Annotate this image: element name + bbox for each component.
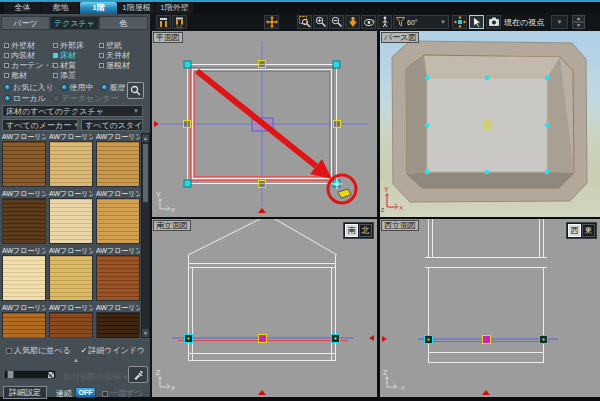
texture-scale-slider[interactable] [4, 370, 56, 379]
category-item[interactable]: カーテン・布 [4, 60, 53, 70]
texture-swatch[interactable]: AWフローリング... [2, 133, 46, 187]
category-item[interactable]: 内装材 [4, 50, 53, 60]
paste-wall-tool-button[interactable] [156, 15, 171, 29]
paste-all-walls-tool-button[interactable]: 1-4 [172, 15, 187, 29]
texture-swatch[interactable]: AWフローリング... [49, 304, 93, 338]
texture-swatch[interactable]: AWフローリング... [2, 247, 46, 301]
west-elevation-viewport[interactable]: 西立面図 西 東 [380, 219, 600, 397]
category-item[interactable]: 添景 [53, 70, 99, 80]
snapshot-button[interactable] [486, 15, 501, 29]
wood-texture-thumbnail[interactable] [2, 255, 46, 301]
wood-texture-thumbnail[interactable] [2, 198, 46, 244]
plan-canvas[interactable]: Y X [152, 31, 377, 217]
zoom-out-tool-button[interactable] [329, 15, 344, 29]
sort-checkbox-label[interactable]: 人気順に並べる [14, 345, 71, 356]
wood-texture-thumbnail[interactable] [49, 198, 93, 244]
texture-swatch[interactable]: AWフローリング... [96, 247, 140, 301]
one-face-checkbox[interactable] [102, 391, 108, 397]
category-item[interactable]: 外部床 [53, 40, 99, 50]
south-elevation-viewport[interactable]: 南立面図 南 北 [152, 219, 377, 397]
panel-tab[interactable]: パーツ [1, 16, 50, 30]
svg-text:Z: Z [156, 369, 161, 376]
category-item[interactable]: 天井材 [99, 50, 147, 60]
direction-button-west[interactable]: 西 [568, 224, 581, 237]
west-elevation-canvas[interactable]: Z -Y [380, 219, 600, 397]
category-item[interactable]: 屋根材 [99, 60, 147, 70]
floor-tab[interactable]: 1階外壁 [156, 2, 193, 14]
zoom-window-tool-button[interactable] [297, 15, 312, 29]
texture-swatch[interactable]: AWフローリング... [96, 133, 140, 187]
sort-checkbox[interactable] [6, 348, 12, 354]
floor-tab[interactable]: 敷地 [42, 2, 79, 14]
filter-item[interactable]: 履歴 [101, 82, 126, 93]
eyedropper-button[interactable] [128, 366, 148, 383]
search-button[interactable] [127, 82, 144, 99]
wood-texture-thumbnail[interactable] [96, 255, 140, 301]
detail-window-checkbox-label[interactable]: 詳細ウインドウ [88, 345, 145, 356]
viewpoint-next-button[interactable]: ▼ [572, 22, 585, 29]
scrollbar-thumb[interactable] [143, 144, 148, 202]
filter-item[interactable]: 使用中 [61, 82, 94, 93]
category-item[interactable]: 外壁材 [4, 40, 53, 50]
wood-texture-thumbnail[interactable] [49, 312, 93, 338]
zoom-extents-tool-button[interactable] [345, 15, 360, 29]
maker-dropdown[interactable]: すべてのメーカー ▼ [2, 119, 78, 131]
zoom-in-tool-button[interactable] [313, 15, 328, 29]
floor-center-handle[interactable] [483, 336, 491, 344]
filter-item[interactable]: データセンター [53, 93, 119, 104]
pan-tool-button[interactable] [264, 15, 279, 29]
category-item[interactable]: 材質 [53, 60, 99, 70]
elevation-direction-buttons: 西 東 [566, 222, 597, 239]
floor-tab[interactable]: 1階 [80, 2, 117, 14]
detail-settings-button[interactable]: 詳細設定 [3, 386, 47, 399]
floor-tab[interactable]: 1階屋根 [118, 2, 155, 14]
swatch-scrollbar[interactable]: ▲ ▼ [141, 133, 150, 338]
category-item[interactable]: 敷材 [4, 70, 53, 80]
texture-filter-dropdown[interactable]: 床材のすべてのテクスチャ ▼ [2, 105, 143, 117]
direction-button-east[interactable]: 東 [582, 224, 595, 237]
texture-swatch[interactable]: AWフローリング... [49, 247, 93, 301]
collapse-panel-button[interactable]: ▲ [56, 357, 96, 364]
floor-tab[interactable]: 全体 [4, 2, 41, 14]
orbit-icon [363, 16, 375, 28]
scroll-up-icon[interactable]: ▲ [142, 134, 149, 142]
select-tool-button[interactable] [469, 15, 484, 29]
texture-swatch[interactable]: AWフローリング... [49, 190, 93, 244]
perspective-canvas[interactable]: Y X Z [380, 31, 600, 217]
wood-texture-thumbnail[interactable] [49, 255, 93, 301]
viewpoint-dropdown-button[interactable]: ▼ [551, 15, 568, 29]
fit-view-button[interactable] [452, 15, 467, 29]
texture-swatch[interactable]: AWフローリング... [2, 190, 46, 244]
filter-item[interactable]: お気に入り [4, 82, 54, 93]
wood-texture-thumbnail[interactable] [2, 312, 46, 338]
panel-tab[interactable]: テクスチャ [50, 16, 99, 30]
viewpoint-prev-button[interactable]: ▲ [572, 15, 585, 22]
texture-swatch[interactable]: AWフローリング... [96, 190, 140, 244]
continuous-toggle[interactable]: OFF [75, 387, 96, 398]
floor-center-handle[interactable] [259, 335, 267, 343]
walkthrough-tool-button[interactable] [377, 15, 392, 29]
perspective-viewport[interactable]: パース図 Y X [380, 31, 600, 217]
texture-swatch[interactable]: AWフローリング... [96, 304, 140, 338]
panel-tab[interactable]: 色 [99, 16, 148, 30]
direction-button-north[interactable]: 北 [359, 224, 372, 237]
filter-item[interactable]: ローカル [4, 93, 46, 104]
south-elevation-canvas[interactable]: Z X [152, 219, 377, 397]
category-item[interactable]: 壁紙 [99, 40, 147, 50]
texture-swatch[interactable]: AWフローリング... [2, 304, 46, 338]
slider-handle[interactable] [7, 370, 14, 379]
style-dropdown[interactable]: すべてのスタイル ▼ [81, 119, 143, 131]
scroll-down-icon[interactable]: ▼ [142, 329, 149, 337]
texture-swatch[interactable]: AWフローリング... [49, 133, 93, 187]
wood-texture-thumbnail[interactable] [2, 141, 46, 187]
wood-texture-thumbnail[interactable] [96, 312, 140, 338]
orbit-tool-button[interactable] [361, 15, 376, 29]
direction-button-south[interactable]: 南 [345, 224, 358, 237]
floor-center-handle[interactable] [484, 121, 491, 128]
category-item[interactable]: 床材 [53, 50, 99, 60]
wood-texture-thumbnail[interactable] [49, 141, 93, 187]
wood-texture-thumbnail[interactable] [96, 198, 140, 244]
wood-texture-thumbnail[interactable] [96, 141, 140, 187]
fov-control[interactable]: 60° ▼ [393, 15, 449, 29]
plan-viewport[interactable]: 平面図 [152, 31, 377, 217]
